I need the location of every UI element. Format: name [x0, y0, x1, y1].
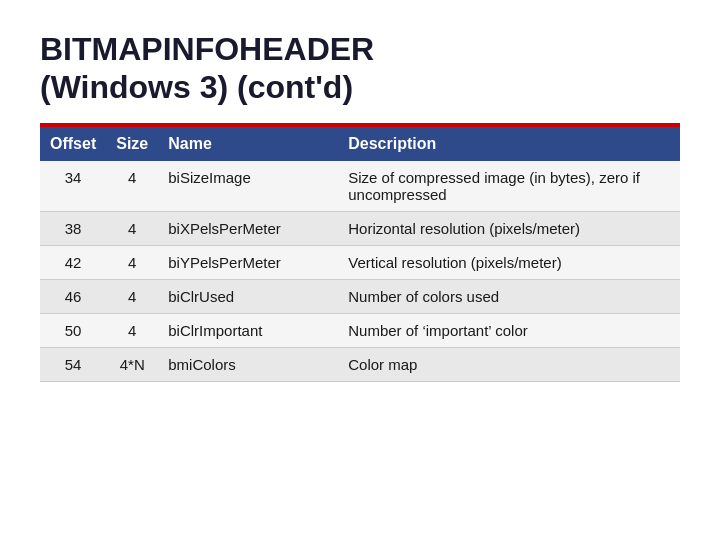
header-description: Description: [338, 127, 680, 161]
cell-name: bmiColors: [158, 347, 338, 381]
cell-description: Vertical resolution (pixels/meter): [338, 245, 680, 279]
header-name: Name: [158, 127, 338, 161]
table-row: 504biClrImportantNumber of ‘important’ c…: [40, 313, 680, 347]
cell-size: 4: [106, 245, 158, 279]
slide-title: BITMAPINFOHEADER (Windows 3) (cont'd): [40, 30, 680, 107]
title-line1: BITMAPINFOHEADER: [40, 31, 374, 67]
cell-offset: 50: [40, 313, 106, 347]
cell-description: Horizontal resolution (pixels/meter): [338, 211, 680, 245]
slide: BITMAPINFOHEADER (Windows 3) (cont'd) Of…: [0, 0, 720, 540]
cell-description: Number of ‘important’ color: [338, 313, 680, 347]
table-row: 384biXPelsPerMeterHorizontal resolution …: [40, 211, 680, 245]
cell-offset: 46: [40, 279, 106, 313]
title-line2: (Windows 3) (cont'd): [40, 69, 353, 105]
cell-size: 4: [106, 313, 158, 347]
cell-offset: 54: [40, 347, 106, 381]
cell-size: 4: [106, 211, 158, 245]
cell-offset: 42: [40, 245, 106, 279]
cell-name: biSizeImage: [158, 161, 338, 212]
cell-size: 4: [106, 279, 158, 313]
cell-description: Color map: [338, 347, 680, 381]
table-row: 544*NbmiColorsColor map: [40, 347, 680, 381]
header-offset: Offset: [40, 127, 106, 161]
table-row: 464biClrUsedNumber of colors used: [40, 279, 680, 313]
cell-size: 4*N: [106, 347, 158, 381]
header-size: Size: [106, 127, 158, 161]
data-table: Offset Size Name Description 344biSizeIm…: [40, 127, 680, 382]
cell-offset: 34: [40, 161, 106, 212]
table-row: 424biYPelsPerMeterVertical resolution (p…: [40, 245, 680, 279]
cell-name: biClrUsed: [158, 279, 338, 313]
cell-description: Size of compressed image (in bytes), zer…: [338, 161, 680, 212]
cell-name: biXPelsPerMeter: [158, 211, 338, 245]
table-row: 344biSizeImageSize of compressed image (…: [40, 161, 680, 212]
cell-name: biClrImportant: [158, 313, 338, 347]
cell-size: 4: [106, 161, 158, 212]
table-header-row: Offset Size Name Description: [40, 127, 680, 161]
cell-description: Number of colors used: [338, 279, 680, 313]
cell-offset: 38: [40, 211, 106, 245]
cell-name: biYPelsPerMeter: [158, 245, 338, 279]
